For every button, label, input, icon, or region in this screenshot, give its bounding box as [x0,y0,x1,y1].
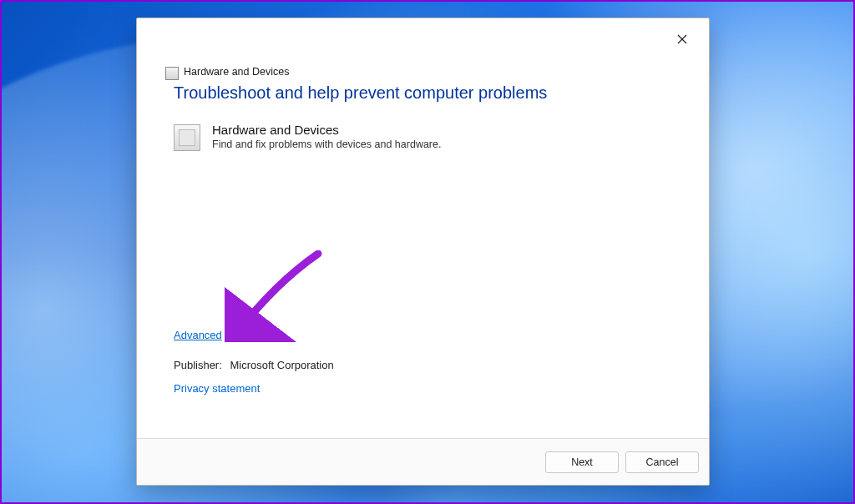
troubleshooter-description: Find and fix problems with devices and h… [212,139,441,150]
page-heading: Troubleshoot and help prevent computer p… [174,83,684,103]
troubleshooter-item: Hardware and Devices Find and fix proble… [174,124,684,151]
publisher-row: Publisher: Microsoft Corporation [174,359,334,371]
troubleshooter-dialog: Hardware and Devices Troubleshoot and he… [136,18,710,486]
troubleshooter-icon [174,124,200,151]
advanced-link[interactable]: Advanced [174,329,222,341]
dialog-footer: Next Cancel [137,438,709,485]
privacy-statement-link[interactable]: Privacy statement [174,382,260,395]
cancel-button[interactable]: Cancel [625,451,699,473]
troubleshooter-title: Hardware and Devices [212,123,441,137]
publisher-label: Publisher: [174,359,222,371]
dialog-content: Troubleshoot and help prevent computer p… [137,18,709,438]
publisher-value: Microsoft Corporation [230,359,333,371]
next-button[interactable]: Next [545,451,619,473]
